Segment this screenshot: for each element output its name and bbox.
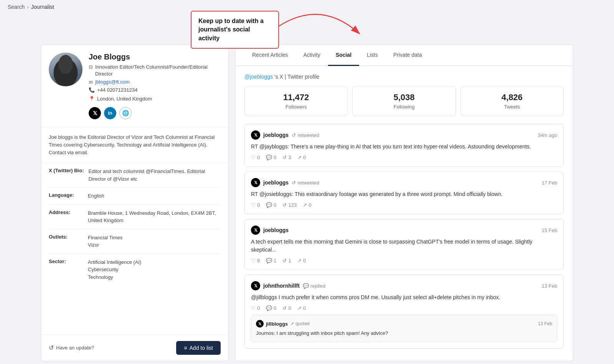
comment-icon-2: 💬 (266, 202, 272, 208)
outlet-2: Vizor (88, 241, 122, 249)
metric-reply-4: 💬0 (266, 305, 276, 311)
tweet-1-body: RT @jaybloggs: There's a new play-thing … (251, 143, 557, 151)
tweet-2-body: RT @josiebloggs: This extraordinary foot… (251, 190, 557, 198)
language-label: Language: (49, 192, 83, 200)
breadcrumb-search[interactable]: Search (8, 4, 25, 10)
tweet-1-date: 34m ago (538, 132, 557, 138)
nested-x-icon: 𝕏 (256, 320, 264, 328)
tab-social[interactable]: Social (328, 45, 359, 66)
social-icons: 𝕏 in 🌐 (89, 107, 221, 119)
location-icon: 📍 (89, 96, 95, 102)
twitter-profile-anchor[interactable]: @joebloggs (244, 74, 273, 80)
journalist-phone: +44 02071231234 (97, 87, 137, 94)
metric-like-1: ♡0 (251, 155, 260, 160)
tab-recent-articles[interactable]: Recent Articles (244, 45, 295, 66)
retweet-icon-2: ↺ (292, 180, 296, 186)
followers-label: Followers (251, 104, 341, 110)
comment-icon-4: 💬 (266, 305, 272, 311)
add-list-icon: ≡ (184, 345, 187, 351)
sector-2: Cybersecurity (88, 266, 141, 273)
tab-private-data[interactable]: Private data (386, 45, 430, 66)
journalist-email[interactable]: jbloggs@ft.com (95, 79, 130, 85)
followers-number: 11,472 (251, 92, 341, 102)
update-button[interactable]: ↺ Have an update? (49, 344, 94, 351)
tweet-2-user: 𝕏 joebloggs ↺ retweeted (251, 178, 319, 187)
tweet-4-date: 13 Feb (542, 283, 557, 289)
nested-tweet-4: 𝕏 jillbloggs ↗ quoted 13 Feb Journos: I … (251, 315, 557, 342)
comment-icon-3: 💬 (266, 258, 272, 264)
add-list-label: Add to list (190, 345, 213, 351)
share-icon-4: ↗ (297, 305, 302, 311)
metric-reply-1: 💬0 (266, 155, 276, 160)
sector-row: Sector: Artificial Intelligence (AI) Cyb… (49, 254, 221, 286)
tweet-2-x-icon: 𝕏 (251, 178, 260, 187)
address-value: Bramble House, 1 Wednesday Road, London,… (88, 209, 221, 224)
tweet-3: 𝕏 joebloggs 15 Feb A tech expert tells m… (244, 219, 564, 270)
breadcrumb-chevron: › (27, 4, 29, 10)
quoted-icon: ↗ (290, 321, 294, 326)
tweet-4-metrics: ♡0 💬0 ↺0 ↗0 (251, 305, 557, 311)
retweet-icon-1: ↺ (292, 132, 296, 138)
metric-rt-4: ↺0 (282, 305, 291, 311)
email-row: ✉ jbloggs@ft.com (89, 79, 221, 85)
update-label: Have an update? (56, 345, 94, 351)
tweet-3-metrics: ♡8 💬1 ↺1 ↗0 (251, 258, 557, 264)
profile-section: Joe Bloggs ⊟ Innovation Editor/Tech Colu… (41, 45, 228, 127)
journalist-bio: Joe bloggs is the Editorial Director of … (49, 134, 215, 155)
tweet-2-action-text: retweeted (297, 180, 319, 186)
metric-reply-2: 💬0 (266, 202, 276, 208)
twitter-bio-label: X (Twitter) Bio: (49, 168, 84, 183)
tweet-4-header: 𝕏 johnthornhillft 💬 replied 13 Feb (251, 281, 557, 290)
tweets-label: Tweets (467, 104, 557, 110)
metric-share-3: ↗0 (297, 258, 306, 264)
tweet-3-user: 𝕏 joebloggs (251, 226, 289, 235)
nested-username: jillbloggs (266, 321, 288, 327)
nested-action-text: quoted (295, 321, 310, 326)
breadcrumb: Search › Journalist (0, 0, 614, 14)
metric-like-3: ♡8 (251, 258, 260, 264)
metric-share-4: ↗0 (297, 305, 306, 311)
address-label: Address: (49, 209, 83, 224)
sectors-value: Artificial Intelligence (AI) Cybersecuri… (88, 259, 141, 281)
nested-tweet-4-user: 𝕏 jillbloggs ↗ quoted (256, 320, 310, 328)
outlets-row: Outlets: Financial Times Vizor (49, 229, 221, 254)
tweet-4-user: 𝕏 johnthornhillft 💬 replied (251, 281, 325, 290)
tweet-1-user: 𝕏 joebloggs ↺ retweeted (251, 130, 319, 140)
tweet-1-username: joebloggs (263, 132, 289, 138)
update-icon: ↺ (49, 344, 54, 351)
avatar (49, 53, 83, 86)
tweet-3-x-icon: 𝕏 (251, 226, 260, 235)
tab-lists[interactable]: Lists (359, 45, 386, 66)
tweet-4-action: 💬 replied (303, 283, 325, 289)
profile-info: Joe Bloggs ⊟ Innovation Editor/Tech Colu… (89, 53, 221, 119)
metric-rt-1: ↺3 (282, 155, 291, 160)
comment-icon-1: 💬 (266, 155, 272, 160)
tweet-2-username: joebloggs (263, 180, 289, 186)
metric-share-1: ↗0 (297, 155, 306, 160)
share-icon-3: ↗ (297, 258, 302, 264)
linkedin-button[interactable]: in (104, 107, 116, 119)
journalist-name: Joe Bloggs (89, 53, 221, 61)
tweet-4-username: johnthornhillft (263, 283, 300, 289)
outlets-label: Outlets: (49, 234, 83, 249)
metric-rt-2: ↺123 (282, 202, 297, 208)
tweet-1-action: ↺ retweeted (292, 132, 319, 138)
tab-activity[interactable]: Activity (295, 45, 328, 66)
web-button[interactable]: 🌐 (119, 107, 132, 119)
add-to-list-button[interactable]: ≡ Add to list (176, 341, 221, 355)
twitter-bio-value: Editor and tech columnist @FinancialTime… (88, 168, 221, 183)
twitter-profile-suffix: 's X | Twitter profile (274, 74, 319, 80)
metric-like-4: ♡0 (251, 305, 260, 311)
share-icon-1: ↗ (297, 155, 302, 160)
left-panel: Joe Bloggs ⊟ Innovation Editor/Tech Colu… (41, 44, 229, 361)
heart-icon-2: ♡ (251, 202, 256, 208)
outlet-1: Financial Times (88, 234, 122, 242)
rt-icon-4: ↺ (282, 305, 287, 311)
phone-icon: 📞 (89, 87, 95, 93)
following-label: Following (359, 104, 449, 110)
heart-icon-1: ♡ (251, 155, 256, 160)
stat-tweets: 4,826 Tweets (460, 86, 564, 116)
rt-icon-1: ↺ (282, 155, 287, 160)
tweet-2-header: 𝕏 joebloggs ↺ retweeted 17 Feb (251, 178, 557, 187)
twitter-button[interactable]: 𝕏 (89, 107, 101, 119)
